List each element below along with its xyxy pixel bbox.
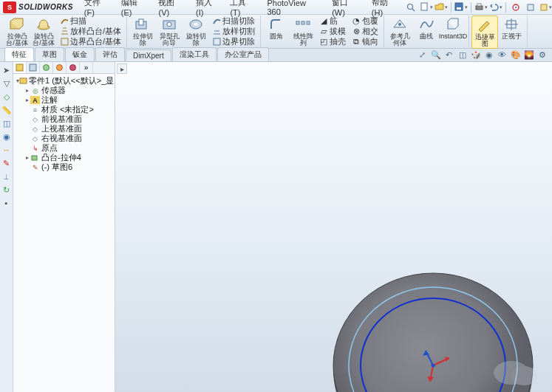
print-button[interactable]: ▾ bbox=[474, 1, 488, 13]
app-logo-icon: S bbox=[3, 1, 16, 13]
fm-tab-dimxpert-icon[interactable] bbox=[53, 62, 67, 73]
svg-rect-13 bbox=[61, 38, 68, 45]
boundary-button[interactable]: 边界凸台/基体 bbox=[58, 36, 123, 47]
svg-point-32 bbox=[57, 65, 63, 71]
settings-button[interactable]: ▾ bbox=[539, 1, 552, 13]
section-view-icon[interactable]: ◫ bbox=[457, 49, 468, 60]
hide-show-icon[interactable]: 👁 bbox=[497, 49, 508, 60]
undo-button[interactable]: ▾ bbox=[489, 1, 502, 13]
menu-photoview[interactable]: PhotoView 360 bbox=[262, 0, 327, 18]
dimension-tool-icon[interactable]: ↔ bbox=[1, 145, 12, 155]
main-area: ➤ ▽ ◇ 📏 ◫ ◉ ↔ ✎ ⟂ ↻ ▪ » ▾零件1 (默认<<默认>_显示… bbox=[0, 62, 552, 392]
search-icon[interactable] bbox=[406, 3, 415, 12]
boundary-cut-button[interactable]: 边界切除 bbox=[211, 36, 256, 47]
tab-dimxpert[interactable]: DimXpert bbox=[126, 49, 171, 61]
quick-sketch-button[interactable]: 迅捷草图 bbox=[471, 16, 498, 49]
tree-origin[interactable]: ↳原点 bbox=[15, 143, 113, 153]
tree-top-plane[interactable]: ◇上视基准面 bbox=[15, 124, 113, 134]
shell-button[interactable]: ◰抽壳 bbox=[318, 36, 347, 47]
svg-rect-30 bbox=[30, 64, 36, 71]
svg-rect-15 bbox=[139, 19, 143, 25]
feature-manager-panel: » ▾零件1 (默认<<默认>_显示状态 ▸◎传感器 ▸A注解 ≡材质 <未指定… bbox=[13, 62, 115, 392]
zoom-fit-icon[interactable]: ⤢ bbox=[417, 49, 428, 60]
svg-line-1 bbox=[412, 9, 415, 11]
ref-geometry-button[interactable]: 参考几何体 bbox=[386, 16, 413, 47]
tree-root[interactable]: ▾零件1 (默认<<默认>_显示状态 bbox=[15, 76, 113, 86]
appearance-icon[interactable]: 🎨 bbox=[510, 49, 521, 60]
extrude-cut-button[interactable]: 拉伸切除 bbox=[129, 16, 156, 47]
svg-rect-34 bbox=[20, 78, 27, 83]
tree-annotations[interactable]: ▸A注解 bbox=[15, 95, 113, 105]
instant3d-button[interactable]: Instant3D bbox=[440, 16, 466, 41]
svg-rect-35 bbox=[32, 156, 37, 160]
rebuild-button[interactable] bbox=[509, 1, 522, 13]
rebuild-tool-icon[interactable]: ↻ bbox=[1, 185, 12, 195]
svg-rect-21 bbox=[296, 21, 299, 24]
sketch-tool-icon[interactable]: ◇ bbox=[1, 92, 12, 102]
tab-office[interactable]: 办公室产品 bbox=[217, 47, 269, 61]
tab-render[interactable]: 渲染工具 bbox=[172, 47, 217, 61]
fillet-button[interactable]: 圆角 bbox=[263, 16, 290, 41]
measure-tool-icon[interactable]: 📏 bbox=[1, 105, 12, 115]
revolve-boss-button[interactable]: 旋转凸台/基体 bbox=[30, 16, 57, 47]
curves-button[interactable]: 曲线 bbox=[413, 16, 440, 41]
more-tool-icon[interactable]: ▪ bbox=[1, 198, 12, 208]
flyout-tree-toggle-icon[interactable]: ▸ bbox=[117, 63, 127, 74]
tree-sensors[interactable]: ▸◎传感器 bbox=[15, 86, 113, 95]
tree-sketch6[interactable]: ✎(-) 草图6 bbox=[15, 162, 113, 172]
options-button[interactable] bbox=[524, 1, 537, 13]
section-tool-icon[interactable]: ◫ bbox=[1, 118, 12, 128]
hole-wizard-button[interactable]: 异型孔向导 bbox=[156, 16, 183, 47]
view-settings-icon[interactable]: ⚙ bbox=[536, 49, 548, 60]
mirror-button[interactable]: ⧉镜向 bbox=[350, 36, 380, 47]
fm-tab-expand-icon[interactable]: » bbox=[80, 62, 93, 73]
rib-button[interactable]: ◢筋 bbox=[318, 16, 347, 26]
fm-tab-property-icon[interactable] bbox=[27, 62, 40, 73]
left-toolstrip: ➤ ▽ ◇ 📏 ◫ ◉ ↔ ✎ ⟂ ↻ ▪ bbox=[0, 62, 13, 392]
save-button[interactable]: ▾ bbox=[454, 1, 468, 13]
display-style-icon[interactable]: ◉ bbox=[483, 49, 494, 60]
fm-tab-display-icon[interactable] bbox=[67, 62, 80, 73]
wrap-button[interactable]: ◔包覆 bbox=[350, 16, 380, 26]
draft-button[interactable]: ▱拔模 bbox=[318, 26, 347, 36]
fm-tab-config-icon[interactable] bbox=[40, 62, 53, 73]
heads-up-view-toolbar: ⤢ 🔍 ↶ ◫ 🎲 ◉ 👁 🎨 🌄 ⚙ bbox=[417, 49, 548, 60]
tree-front-plane[interactable]: ◇前视基准面 bbox=[15, 114, 113, 124]
normal-to-button[interactable]: 正视于 bbox=[498, 16, 525, 41]
view-orient-icon[interactable]: 🎲 bbox=[470, 49, 481, 60]
open-button[interactable]: ▾ bbox=[435, 1, 448, 13]
svg-point-46 bbox=[432, 364, 435, 368]
intersect-button[interactable]: ⊗相交 bbox=[350, 26, 380, 36]
zoom-area-icon[interactable]: 🔍 bbox=[430, 49, 441, 60]
tab-sheetmetal[interactable]: 钣金 bbox=[65, 47, 95, 61]
command-tab-strip: 特征 草图 钣金 评估 DimXpert 渲染工具 办公室产品 ⤢ 🔍 ↶ ◫ … bbox=[0, 49, 552, 62]
prev-view-icon[interactable]: ↶ bbox=[443, 49, 454, 60]
revolve-cut-button[interactable]: 旋转切除 bbox=[183, 16, 209, 47]
svg-rect-29 bbox=[16, 64, 23, 71]
fm-tab-tree-icon[interactable] bbox=[13, 62, 27, 73]
note-tool-icon[interactable]: ✎ bbox=[1, 158, 12, 168]
tree-right-plane[interactable]: ◇右视基准面 bbox=[15, 134, 113, 143]
filter-tool-icon[interactable]: ▽ bbox=[1, 78, 12, 89]
sweep-cut-button[interactable]: 扫描切除 bbox=[211, 16, 256, 26]
graphics-viewport[interactable]: ▸ bbox=[115, 62, 552, 392]
select-tool-icon[interactable]: ➤ bbox=[1, 65, 12, 75]
tree-material[interactable]: ≡材质 <未指定> bbox=[15, 105, 113, 114]
tree-boss-extrude[interactable]: ▸凸台-拉伸4 bbox=[15, 153, 113, 162]
loft-cut-button[interactable]: 放样切割 bbox=[211, 26, 256, 36]
tab-features[interactable]: 特征 bbox=[4, 47, 34, 61]
svg-point-24 bbox=[398, 23, 401, 26]
new-doc-button[interactable]: ▾ bbox=[420, 1, 433, 13]
svg-point-48 bbox=[511, 366, 537, 385]
loft-button[interactable]: 放样凸台/基体 bbox=[58, 26, 123, 36]
relation-tool-icon[interactable]: ⟂ bbox=[1, 171, 12, 182]
svg-point-8 bbox=[515, 7, 517, 8]
tab-evaluate[interactable]: 评估 bbox=[95, 47, 125, 61]
appearance-tool-icon[interactable]: ◉ bbox=[1, 131, 12, 142]
svg-rect-6 bbox=[477, 4, 481, 6]
sweep-button[interactable]: 扫描 bbox=[58, 16, 123, 26]
linear-pattern-button[interactable]: 线性阵列 bbox=[290, 16, 316, 47]
scene-icon[interactable]: 🌄 bbox=[523, 49, 534, 60]
extrude-boss-button[interactable]: 拉伸凸台/基体 bbox=[4, 16, 30, 47]
tab-sketch[interactable]: 草图 bbox=[35, 47, 64, 61]
